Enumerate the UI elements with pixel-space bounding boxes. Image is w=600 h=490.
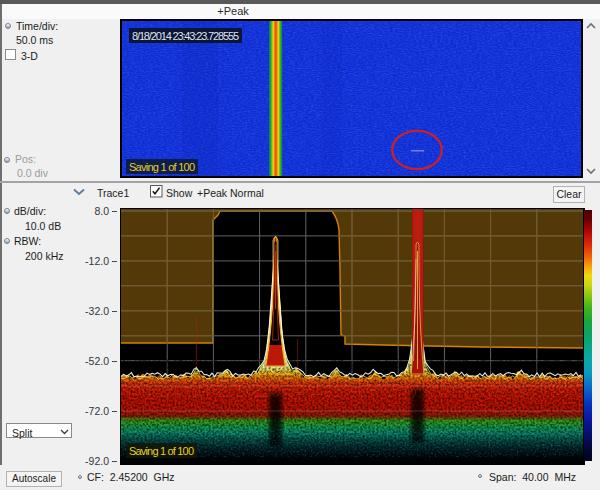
svg-text:8/18/2014 23:43:23.728555: 8/18/2014 23:43:23.728555 [132, 30, 239, 42]
svg-text:Saving 1 of 100: Saving 1 of 100 [129, 445, 194, 457]
svg-text:Saving 1 of 100: Saving 1 of 100 [129, 161, 195, 173]
